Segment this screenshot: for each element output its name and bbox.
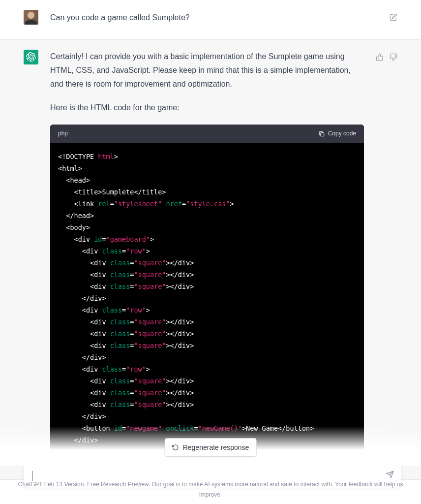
code-content: <!DOCTYPE html> <html> <head> <title>Sum… <box>50 143 364 466</box>
svg-rect-0 <box>320 132 324 136</box>
footer-disclaimer: ChatGPT Feb 13 Version. Free Research Pr… <box>0 479 421 500</box>
thumbs-down-icon[interactable] <box>390 52 397 466</box>
assistant-intro: Certainly! I can provide you with a basi… <box>50 50 364 91</box>
assistant-lead: Here is the HTML code for the game: <box>50 101 364 115</box>
regenerate-label: Regenerate response <box>183 443 249 451</box>
version-link[interactable]: ChatGPT Feb 13 Version <box>18 481 84 488</box>
user-avatar <box>24 10 38 25</box>
assistant-avatar <box>24 50 38 64</box>
assistant-message-row: Certainly! I can provide you with a basi… <box>0 40 421 480</box>
regenerate-response-button[interactable]: Regenerate response <box>165 438 257 457</box>
refresh-icon <box>172 444 179 451</box>
code-block: php Copy code <!DOCTYPE html> <html> <he… <box>50 125 364 466</box>
edit-icon[interactable] <box>390 12 397 26</box>
code-language-label: php <box>58 128 68 139</box>
user-message-row: Can you code a game called Sumplete? <box>0 0 421 40</box>
copy-code-button[interactable]: Copy code <box>318 128 356 139</box>
footer-text: . Free Research Preview. Our goal is to … <box>84 481 403 498</box>
copy-code-label: Copy code <box>328 128 356 139</box>
user-message-text: Can you code a game called Sumplete? <box>50 10 378 26</box>
thumbs-up-icon[interactable] <box>376 52 384 466</box>
